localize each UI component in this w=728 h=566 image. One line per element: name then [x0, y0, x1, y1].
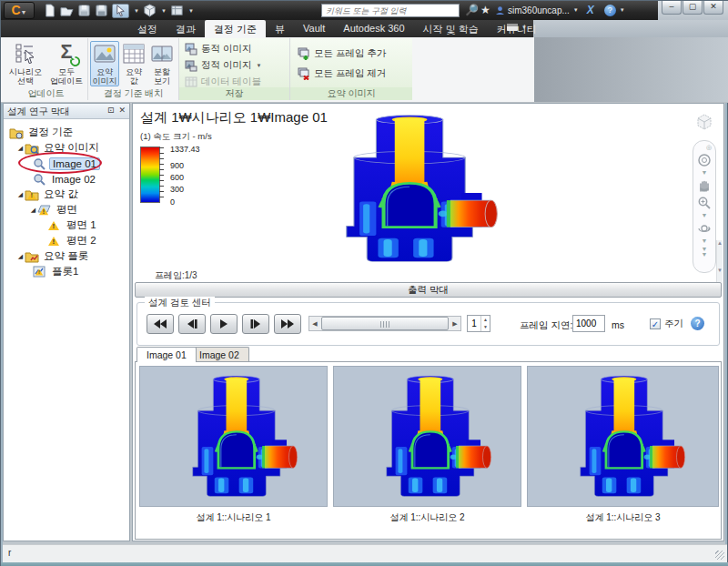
tree-item-summary-value[interactable]: ◢ 요약 값: [4, 187, 129, 202]
summary-value-folder-icon: [25, 188, 38, 201]
tree-item-image-02[interactable]: Image 02: [4, 171, 129, 187]
minimize-button[interactable]: ‒: [662, 1, 682, 15]
tree-item-summary-plot[interactable]: ◢ 요약 플롯: [4, 248, 129, 264]
thumbnail-caption: 설계 1::시나리오 2: [333, 511, 521, 524]
float-panel-icon[interactable]: ⊡: [107, 106, 115, 116]
previous-frame-button[interactable]: [178, 314, 206, 334]
application-menu-button[interactable]: C▼: [4, 2, 35, 19]
signin-account[interactable]: sim360uncap... ▼ X ? ▼: [495, 4, 625, 16]
tree-item-plane[interactable]: ◢ 평면: [4, 202, 129, 217]
image-item-icon: [33, 157, 46, 170]
search-binoculars-icon[interactable]: 🔎: [465, 4, 479, 17]
tab-getting-started[interactable]: 시작 및 학습: [414, 20, 488, 37]
steering-wheel-icon[interactable]: [697, 153, 712, 167]
tab-settings[interactable]: 설정: [128, 20, 167, 37]
chevron-down-icon[interactable]: ▼: [134, 8, 139, 14]
thumbnail-scenario-2[interactable]: [333, 366, 521, 507]
tab-vault[interactable]: Vault: [294, 20, 334, 37]
fast-forward-icon: [281, 319, 294, 328]
close-navbar-icon[interactable]: ◎: [706, 145, 712, 150]
resize-grip[interactable]: [715, 551, 724, 560]
exchange-apps-icon[interactable]: X: [587, 4, 594, 16]
tab-autodesk-360[interactable]: Autodesk 360: [334, 20, 413, 37]
navbar-overflow-icon[interactable]: ▼▼: [702, 247, 708, 258]
new-file-icon[interactable]: [43, 4, 56, 17]
frame-number-spinner[interactable]: 1 ▲▼: [467, 315, 490, 332]
cfd-valve-image[interactable]: [308, 111, 504, 268]
split-view-label: 분할 보기: [154, 67, 170, 86]
help-icon[interactable]: ?: [604, 5, 616, 16]
orbit-icon[interactable]: [697, 221, 712, 236]
thumbnail-scenario-1[interactable]: [139, 366, 328, 507]
cycle-option[interactable]: ✓ 주기: [650, 318, 683, 330]
scrollbar-thumb[interactable]: [321, 317, 449, 330]
tree-expand-icon[interactable]: ◢: [29, 207, 37, 214]
update-all-button[interactable]: Σ 모두 업데이트: [46, 41, 86, 86]
tab-view[interactable]: 뷰: [266, 20, 294, 37]
legend-tick-900: 900: [170, 161, 184, 170]
tree-expand-icon[interactable]: ◢: [16, 191, 25, 198]
ribbon-minimize-control[interactable]: ▼: [506, 23, 527, 32]
tree-expand-icon[interactable]: ◢: [16, 145, 25, 152]
tab-results[interactable]: 결과: [167, 20, 205, 37]
summary-image-button[interactable]: 요약 이미지: [90, 41, 119, 86]
chevron-down-icon[interactable]: ▼: [161, 8, 167, 14]
tree-item-plane-2[interactable]: 평면 2: [4, 233, 129, 248]
tree-expand-icon[interactable]: ◢: [16, 253, 25, 260]
pan-hand-icon[interactable]: [697, 178, 712, 193]
chevron-down-icon[interactable]: ▼: [702, 213, 708, 218]
tab-decision-criteria[interactable]: 결정 기준: [205, 20, 266, 37]
view-cube-icon[interactable]: [694, 113, 714, 131]
bottom-tab-image-01[interactable]: Image 01: [136, 347, 197, 362]
frame-delay-input[interactable]: [572, 315, 605, 332]
tree-item-plane-1[interactable]: 평면 1: [4, 217, 129, 233]
play-button[interactable]: [210, 314, 238, 334]
data-table-icon: [185, 76, 197, 88]
tree-item-plot-1[interactable]: 플롯1: [4, 264, 129, 279]
table-tool-icon[interactable]: [170, 4, 184, 17]
remove-all-frames-button[interactable]: 모든 프레임 제거: [298, 66, 386, 81]
thumbnail-scenario-3[interactable]: [527, 366, 719, 507]
maximize-button[interactable]: ▢: [682, 1, 703, 15]
help-icon[interactable]: ?: [691, 317, 704, 330]
select-tool-button[interactable]: [112, 4, 129, 18]
last-frame-button[interactable]: [274, 314, 301, 334]
add-all-frames-button[interactable]: 모든 프레임 추가: [298, 46, 386, 61]
toolbar-overflow-icon[interactable]: ▼: [188, 8, 194, 14]
static-image-button[interactable]: 정적 이미지 ▼: [185, 58, 261, 73]
dynamic-image-button[interactable]: 동적 이미지: [185, 42, 251, 56]
bottom-tab-image-02[interactable]: Image 02: [189, 347, 249, 362]
save-icon[interactable]: [77, 4, 91, 17]
search-input[interactable]: [321, 4, 460, 17]
next-frame-button[interactable]: [242, 314, 269, 334]
open-file-icon[interactable]: [60, 4, 74, 17]
data-table-label: 데이터 테이블: [201, 76, 261, 88]
tree-item-decision-criteria[interactable]: 결정 기준: [4, 125, 129, 140]
chevron-down-icon[interactable]: ▼: [702, 170, 708, 176]
first-frame-button[interactable]: [147, 314, 174, 334]
scroll-left-icon[interactable]: ◀: [309, 320, 320, 328]
close-panel-icon[interactable]: ✕: [118, 106, 126, 116]
frame-scrollbar[interactable]: ◀ ▶: [308, 316, 461, 331]
cycle-checkbox[interactable]: ✓: [650, 318, 661, 329]
cube-tool-icon[interactable]: [143, 4, 157, 17]
zoom-icon[interactable]: [697, 196, 712, 210]
scenario-select-button[interactable]: 시나리오 선택: [6, 41, 45, 86]
scroll-right-icon[interactable]: ▶: [450, 320, 460, 328]
summary-value-button[interactable]: 요약 값: [121, 41, 147, 86]
favorites-star-icon[interactable]: ★: [480, 4, 490, 17]
close-button[interactable]: ✕: [703, 1, 723, 15]
spinner-arrows[interactable]: ▲▼: [480, 316, 490, 331]
output-bar-button[interactable]: 출력 막대: [135, 282, 722, 298]
criteria-folder-icon: [9, 126, 23, 139]
app-logo: C: [11, 3, 20, 17]
velocity-legend: (1) 속도 크기 - m/s 1337.43 900 600 300 0: [140, 131, 212, 203]
frame-counter: 프레임:1/3: [155, 269, 197, 282]
frame-number-value[interactable]: 1: [468, 316, 480, 331]
title-bar: C▼ ▼ ▼ ▼ 🔎 ★ sim360uncap... ▼ X ? ▼ ‒: [1, 1, 728, 20]
chevron-down-icon[interactable]: ▼: [702, 238, 708, 244]
tree-item-image-01[interactable]: Image 01: [4, 156, 129, 171]
save-as-icon[interactable]: [95, 4, 108, 17]
split-view-button[interactable]: 분할 보기: [148, 41, 176, 86]
tree-item-summary-image[interactable]: ◢ 요약 이미지: [4, 140, 129, 156]
